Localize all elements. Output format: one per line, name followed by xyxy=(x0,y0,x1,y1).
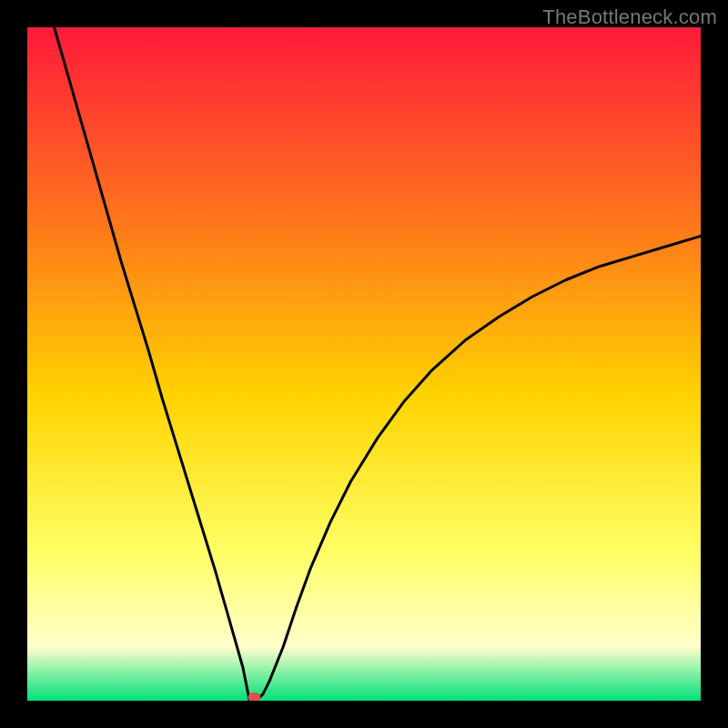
watermark-text: TheBottleneck.com xyxy=(542,5,717,29)
plot-area xyxy=(27,27,701,701)
chart-svg xyxy=(27,27,701,701)
chart-frame: TheBottleneck.com xyxy=(0,0,728,728)
gradient-background xyxy=(27,27,701,701)
